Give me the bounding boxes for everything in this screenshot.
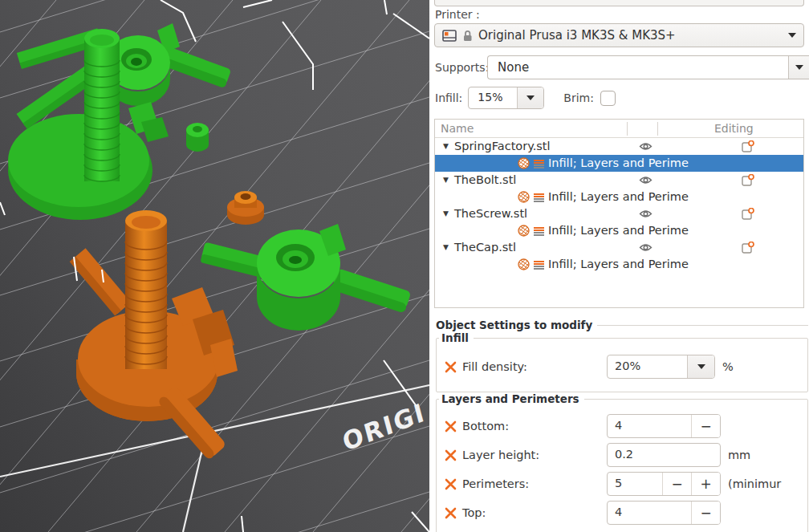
- model-springfactory-green[interactable]: [8, 23, 231, 220]
- table-row-modifier-selected[interactable]: Infill; Layers and Perime: [435, 155, 803, 172]
- decrement-button[interactable]: −: [691, 415, 720, 437]
- table-row-modifier[interactable]: Infill; Layers and Perime: [435, 189, 803, 205]
- model-layer: [0, 0, 429, 532]
- 3d-viewport[interactable]: ORIGI: [0, 0, 429, 532]
- group-infill: Infill Fill density: 20% %: [436, 338, 808, 392]
- table-row-thescrew[interactable]: ▼TheScrew.stl: [435, 205, 803, 222]
- eye-icon[interactable]: [639, 141, 652, 152]
- combo-remnant[interactable]: [434, 0, 804, 6]
- increment-button[interactable]: +: [691, 473, 720, 495]
- object-settings-title: Object Settings to modify: [436, 319, 592, 331]
- supports-dropdown-button[interactable]: [788, 56, 809, 79]
- modifier-name: Infill; Layers and Perime: [548, 258, 689, 270]
- printer-label: Printer :: [435, 8, 809, 21]
- column-divider: [657, 122, 658, 136]
- bottom-label: Bottom:: [462, 420, 509, 433]
- bottom-field[interactable]: 4 −: [607, 414, 721, 438]
- object-name: SpringFactory.stl: [454, 140, 551, 152]
- chevron-down-icon: [788, 33, 796, 38]
- table-row-springfactory[interactable]: ▼SpringFactory.stl: [435, 138, 803, 155]
- edit-settings-icon[interactable]: [742, 242, 754, 254]
- expander-icon[interactable]: ▼: [443, 205, 454, 222]
- infill-dropdown-button[interactable]: [517, 87, 543, 108]
- table-row-thebolt[interactable]: ▼TheBolt.stl: [435, 172, 803, 189]
- modifier-name: Infill; Layers and Perime: [548, 224, 689, 237]
- infill-icon: [518, 157, 530, 169]
- modifier-name: Infill; Layers and Perime: [548, 156, 689, 169]
- brim-checkbox[interactable]: [600, 91, 616, 106]
- object-name: TheCap.stl: [454, 241, 516, 254]
- fill-density-unit: %: [722, 360, 734, 373]
- infill-combo[interactable]: 15%: [468, 87, 544, 109]
- object-name: TheScrew.stl: [454, 207, 527, 220]
- eye-icon[interactable]: [639, 209, 652, 219]
- object-list: Name Editing ▼SpringFactory.stl: [434, 119, 804, 308]
- eye-icon[interactable]: [639, 175, 652, 185]
- column-name[interactable]: Name: [441, 122, 474, 135]
- layers-icon: [533, 193, 545, 203]
- expander-icon[interactable]: ▼: [443, 172, 454, 189]
- remove-setting-icon[interactable]: [445, 449, 457, 461]
- model-cap-orange[interactable]: [227, 191, 264, 225]
- expander-icon[interactable]: ▼: [443, 239, 454, 256]
- object-list-header[interactable]: Name Editing: [435, 120, 803, 138]
- group-layers-title: Layers and Perimeters: [439, 392, 584, 405]
- edit-settings-icon[interactable]: [742, 174, 754, 186]
- fill-density-value: 20%: [608, 355, 687, 378]
- model-cap-green[interactable]: [186, 123, 209, 152]
- perimeters-label: Perimeters:: [462, 477, 529, 490]
- chevron-down-icon: [795, 65, 803, 70]
- decrement-button[interactable]: −: [662, 473, 691, 495]
- fill-density-combo[interactable]: 20%: [607, 355, 715, 379]
- top-value: 4: [608, 502, 691, 524]
- top-label: Top:: [462, 506, 486, 519]
- supports-label: Supports:: [435, 61, 487, 74]
- group-layers-perimeters: Layers and Perimeters Bottom: 4 −: [436, 399, 808, 532]
- remove-setting-icon[interactable]: [445, 361, 457, 373]
- column-editing[interactable]: Editing: [714, 122, 754, 135]
- fill-density-dropdown-button[interactable]: [687, 355, 714, 378]
- perimeters-field[interactable]: 5 − +: [607, 472, 721, 496]
- printer-value: Original Prusa i3 MK3S & MK3S+: [478, 28, 783, 43]
- infill-icon: [518, 191, 530, 203]
- divider: [597, 325, 808, 326]
- object-name: TheBolt.stl: [454, 173, 516, 186]
- table-row-thecap[interactable]: ▼TheCap.stl: [435, 239, 803, 256]
- printer-combo[interactable]: Original Prusa i3 MK3S & MK3S+: [434, 23, 804, 47]
- perimeters-unit: (minimur: [728, 477, 781, 490]
- lock-icon: [462, 30, 473, 42]
- eye-icon[interactable]: [639, 242, 652, 253]
- chevron-down-icon: [526, 95, 535, 100]
- expander-icon[interactable]: ▼: [443, 138, 454, 155]
- printer-bed-icon: [442, 30, 457, 42]
- fill-density-label: Fill density:: [462, 360, 527, 373]
- prusaslicer-window: ORIGI: [0, 0, 809, 532]
- layer-height-label: Layer height:: [462, 449, 539, 461]
- supports-value: None: [488, 56, 788, 79]
- layers-icon: [533, 159, 545, 169]
- table-row-modifier[interactable]: Infill; Layers and Perime: [435, 256, 803, 273]
- model-wingnut-green[interactable]: [200, 224, 411, 331]
- remove-setting-icon[interactable]: [445, 507, 457, 519]
- decrement-button[interactable]: −: [691, 502, 720, 524]
- infill-icon: [518, 225, 530, 237]
- edit-settings-icon[interactable]: [742, 140, 754, 152]
- brim-label: Brim:: [563, 91, 594, 104]
- settings-panel: Printer : Original Prusa i3 MK3S & MK3S+…: [429, 0, 809, 532]
- remove-setting-icon[interactable]: [445, 478, 457, 490]
- remove-setting-icon[interactable]: [445, 420, 457, 433]
- layers-icon: [533, 260, 545, 270]
- infill-label: Infill:: [435, 91, 462, 104]
- perimeters-value: 5: [608, 473, 662, 495]
- layer-height-value: 0.2: [608, 444, 720, 466]
- layer-height-field[interactable]: 0.2: [607, 443, 721, 467]
- table-row-modifier[interactable]: Infill; Layers and Perime: [435, 222, 803, 239]
- top-field[interactable]: 4 −: [607, 501, 721, 525]
- layers-icon: [533, 226, 545, 237]
- supports-combo[interactable]: None: [487, 55, 809, 79]
- infill-value: 15%: [469, 87, 517, 108]
- group-infill-title: Infill: [439, 331, 474, 344]
- edit-settings-icon[interactable]: [742, 208, 754, 220]
- infill-icon: [518, 258, 530, 270]
- column-divider: [627, 122, 628, 136]
